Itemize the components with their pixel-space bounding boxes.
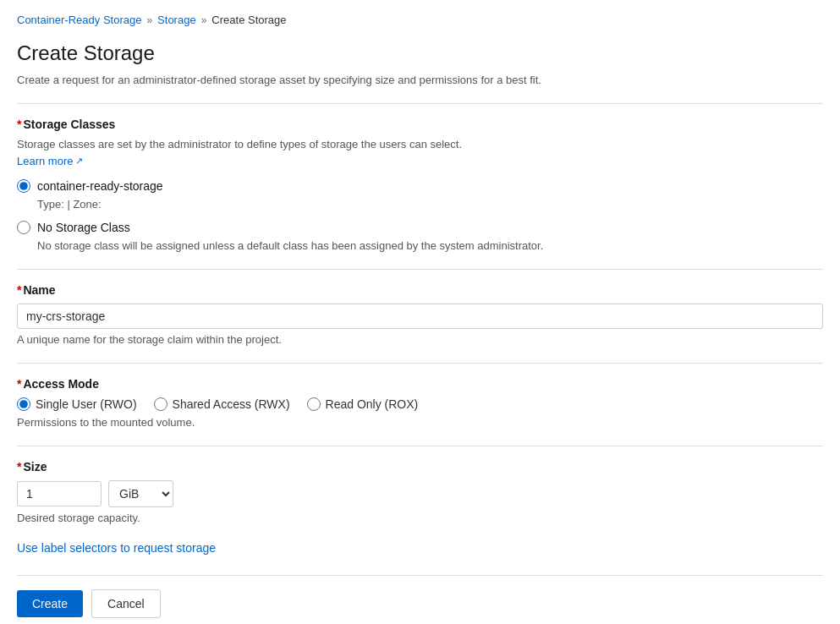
storage-classes-description: Storage classes are set by the administr… (17, 138, 823, 151)
breadcrumb-separator-1: » (146, 14, 152, 26)
divider-2 (17, 269, 823, 270)
access-mode-option-1[interactable]: Single User (RWO) (17, 397, 137, 411)
storage-class-label-2: No Storage Class (37, 221, 130, 234)
learn-more-link[interactable]: Learn more ↗ (17, 155, 83, 167)
size-section: *Size GiB MiB TiB Desired storage capaci… (17, 460, 823, 524)
size-row: GiB MiB TiB (17, 480, 823, 507)
required-star: * (17, 118, 21, 131)
breadcrumb-current: Create Storage (211, 14, 286, 26)
access-mode-options: Single User (RWO) Shared Access (RWX) Re… (17, 397, 823, 411)
access-mode-required-star: * (17, 377, 21, 391)
size-required-star: * (17, 460, 21, 473)
button-row: Create Cancel (17, 589, 823, 618)
storage-class-radio-1[interactable] (17, 179, 30, 193)
access-mode-title: *Access Mode (17, 377, 823, 391)
storage-classes-section: *Storage Classes Storage classes are set… (17, 118, 823, 252)
name-required-star: * (17, 283, 21, 297)
storage-class-option-2[interactable]: No Storage Class (17, 221, 823, 234)
size-unit-select[interactable]: GiB MiB TiB (108, 480, 173, 507)
access-mode-label-3: Read Only (ROX) (326, 397, 419, 411)
page-description: Create a request for an administrator-de… (17, 74, 823, 86)
cancel-button[interactable]: Cancel (91, 589, 161, 618)
divider-5 (17, 575, 823, 576)
access-mode-option-3[interactable]: Read Only (ROX) (307, 397, 419, 411)
access-mode-option-2[interactable]: Shared Access (RWX) (154, 397, 290, 411)
external-link-icon: ↗ (75, 156, 83, 167)
divider-1 (17, 103, 823, 104)
storage-class-option-1[interactable]: container-ready-storage (17, 179, 823, 193)
access-mode-radio-1[interactable] (17, 397, 30, 411)
divider-4 (17, 446, 823, 446)
storage-classes-title: *Storage Classes (17, 118, 823, 131)
type-zone-text: Type: | Zone: (37, 198, 823, 211)
name-input[interactable] (17, 304, 823, 329)
breadcrumb-item-2[interactable]: Storage (157, 14, 196, 26)
access-mode-radio-3[interactable] (307, 397, 321, 411)
access-mode-label-2: Shared Access (RWX) (173, 397, 290, 411)
learn-more-label: Learn more (17, 155, 73, 167)
size-section-title: *Size (17, 460, 823, 473)
access-mode-section: *Access Mode Single User (RWO) Shared Ac… (17, 377, 823, 429)
name-hint: A unique name for the storage claim with… (17, 333, 823, 346)
access-mode-radio-2[interactable] (154, 397, 167, 411)
storage-class-label-1: container-ready-storage (37, 179, 163, 193)
breadcrumb-separator-2: » (201, 14, 207, 26)
label-selectors-text: Use label selectors to request storage (17, 541, 216, 555)
size-hint: Desired storage capacity. (17, 512, 823, 524)
divider-3 (17, 363, 823, 364)
access-mode-label-1: Single User (RWO) (36, 397, 137, 411)
create-button[interactable]: Create (17, 590, 83, 617)
access-mode-hint: Permissions to the mounted volume. (17, 416, 823, 429)
no-storage-description: No storage class will be assigned unless… (37, 239, 823, 252)
name-section-title: *Name (17, 283, 823, 297)
label-selectors-link[interactable]: Use label selectors to request storage (17, 541, 216, 555)
storage-class-radio-2[interactable] (17, 221, 30, 234)
name-section: *Name A unique name for the storage clai… (17, 283, 823, 346)
breadcrumb: Container-Ready Storage » Storage » Crea… (17, 14, 823, 26)
page-title: Create Storage (17, 41, 823, 65)
breadcrumb-item-1[interactable]: Container-Ready Storage (17, 14, 141, 26)
size-input[interactable] (17, 481, 102, 506)
